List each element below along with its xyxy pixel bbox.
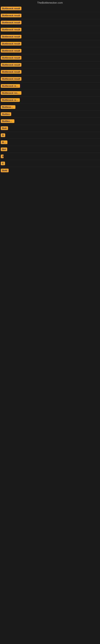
bottleneck-badge[interactable]: Bottleneck result <box>1 35 21 38</box>
bottleneck-badge[interactable]: Bot <box>1 148 7 151</box>
bottleneck-badge[interactable]: Bottlen <box>1 154 3 158</box>
bottleneck-result-row[interactable]: Bot <box>0 146 100 153</box>
bottleneck-result-row[interactable]: B <box>0 132 100 139</box>
bottleneck-result-row[interactable]: Bottleneck result <box>0 12 100 19</box>
bottleneck-badge[interactable]: E <box>1 162 5 165</box>
bottleneck-result-row[interactable]: Bottlen <box>0 153 100 160</box>
bottleneck-badge[interactable]: Bottleneck result <box>1 63 21 66</box>
bottleneck-badge[interactable]: Bottleneck resu <box>1 84 20 88</box>
bottleneck-result-row[interactable]: Bottleneck resu <box>0 96 100 104</box>
bottleneck-result-row[interactable]: Bottl <box>0 167 100 174</box>
bottleneck-badge[interactable]: B <box>1 134 5 137</box>
bottleneck-result-row[interactable]: Bottle <box>0 139 100 146</box>
bottleneck-result-row[interactable]: Bottleneck r <box>0 104 100 111</box>
bottleneck-result-row[interactable]: Bottlen <box>0 111 100 118</box>
bottleneck-result-row[interactable]: Bottleneck result <box>0 76 100 82</box>
bottleneck-badge[interactable]: Bottleneck result <box>1 28 21 32</box>
bottleneck-badge[interactable]: Bottleneck result <box>1 70 21 74</box>
bottleneck-badge[interactable]: Bottl <box>1 169 9 172</box>
results-container: Bottleneck resultBottleneck resultBottle… <box>0 5 100 178</box>
bottleneck-badge[interactable]: Bottleneck result <box>1 91 21 95</box>
bottleneck-badge[interactable]: Bottleneck r <box>1 105 15 109</box>
bottleneck-result-row[interactable]: Bottleneck result <box>0 90 100 96</box>
bottleneck-badge[interactable]: Bottleneck <box>1 119 14 123</box>
bottleneck-result-row[interactable]: Bottleneck result <box>0 40 100 47</box>
bottleneck-badge[interactable]: Bottle <box>1 140 7 144</box>
bottleneck-badge[interactable]: Bottleneck result <box>1 49 21 52</box>
bottleneck-result-row[interactable]: Bottleneck result <box>0 26 100 33</box>
bottleneck-result-row[interactable]: Bottleneck resu <box>0 82 100 90</box>
bottleneck-result-row[interactable]: Bottleneck result <box>0 19 100 26</box>
bottleneck-badge[interactable]: Bottleneck result <box>1 7 21 10</box>
bottleneck-badge[interactable]: Bottleneck resu <box>1 98 20 102</box>
site-title-bar: TheBottlenecker.com <box>0 0 100 5</box>
bottleneck-badge[interactable]: Bottlen <box>1 112 11 116</box>
bottleneck-badge[interactable]: Bottleneck result <box>1 56 21 60</box>
bottleneck-result-row[interactable]: Bottleneck result <box>0 5 100 12</box>
bottleneck-result-row[interactable]: Bottleneck result <box>0 54 100 62</box>
bottleneck-result-row[interactable]: Bottleneck <box>0 118 100 125</box>
bottleneck-result-row[interactable]: Bottleneck result <box>0 68 100 76</box>
bottleneck-badge[interactable]: Bottleneck result <box>1 21 21 24</box>
bottleneck-badge[interactable]: Bott <box>1 126 8 130</box>
bottleneck-result-row[interactable]: Bottleneck result <box>0 47 100 54</box>
bottleneck-result-row[interactable]: Bottleneck result <box>0 62 100 68</box>
bottleneck-badge[interactable]: Bottleneck result <box>1 14 21 17</box>
bottleneck-badge[interactable]: Bottleneck result <box>1 77 21 81</box>
bottleneck-badge[interactable]: Bottleneck result <box>1 42 21 46</box>
bottleneck-result-row[interactable]: E <box>0 160 100 167</box>
bottleneck-result-row[interactable]: Bottleneck result <box>0 33 100 40</box>
bottleneck-result-row[interactable]: Bott <box>0 125 100 132</box>
site-title: TheBottlenecker.com <box>0 0 100 5</box>
